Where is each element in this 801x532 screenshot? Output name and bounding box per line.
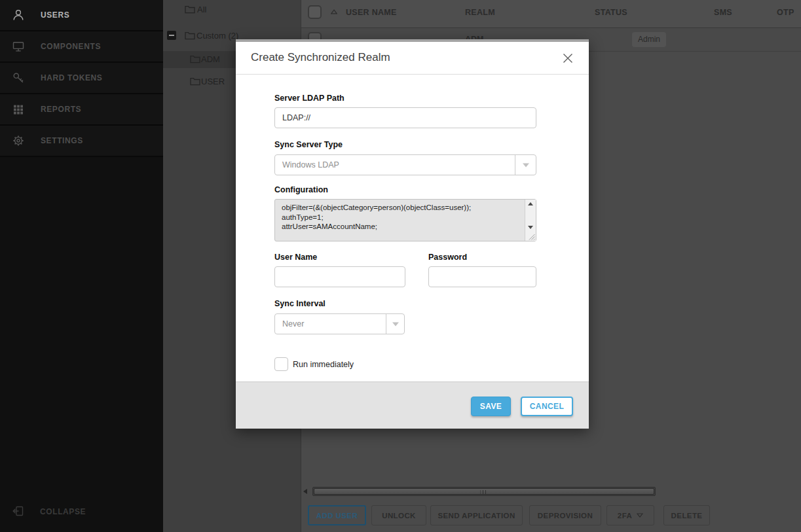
add-user-button[interactable]: ADD USER: [308, 505, 366, 525]
modal-footer: SAVE CANCEL: [236, 381, 589, 429]
sidebar-item-settings[interactable]: SETTINGS: [0, 126, 163, 157]
add-user-label: ADD USER: [316, 512, 358, 520]
gear-icon: [12, 134, 25, 147]
table-header: USER NAME REALM STATUS SMS OTP: [301, 0, 801, 28]
configuration-textarea[interactable]: objFilter=(&(objectCategory=person)(obje…: [274, 199, 536, 241]
folder-icon: [190, 55, 200, 63]
tree-item-all[interactable]: All: [163, 1, 301, 18]
sidebar-item-users[interactable]: USERS: [0, 0, 163, 31]
user-name-input[interactable]: [274, 266, 405, 287]
collapse-icon: [12, 505, 25, 518]
sync-server-type-select[interactable]: Windows LDAP: [274, 154, 536, 175]
save-button[interactable]: SAVE: [471, 397, 511, 416]
horizontal-scrollbar[interactable]: [312, 487, 656, 496]
server-ldap-path-input[interactable]: [274, 107, 536, 128]
close-icon[interactable]: [563, 53, 573, 63]
tree-item-label: ADM: [201, 54, 220, 64]
delete-label: DELETE: [671, 512, 703, 520]
create-synchronized-realm-dialog: Create Synchronized Realm Server LDAP Pa…: [236, 39, 589, 429]
scrollbar-thumb[interactable]: [314, 488, 654, 495]
unlock-button[interactable]: UNLOCK: [371, 505, 426, 525]
sync-interval-label: Sync Interval: [274, 299, 326, 308]
app-screen: USERS COMPONENTS HARD TOKENS: [0, 0, 801, 532]
sort-asc-icon[interactable]: [331, 9, 337, 14]
run-immediately-label: Run immediately: [293, 360, 354, 369]
chevron-down-icon: [386, 314, 404, 334]
sidebar-item-label: COLLAPSE: [40, 507, 86, 516]
resize-grip-icon[interactable]: [528, 233, 535, 240]
2fa-dropdown-button[interactable]: 2FA: [606, 505, 654, 525]
folder-icon: [185, 31, 195, 40]
sync-interval-value: Never: [282, 314, 304, 334]
column-header-realm[interactable]: REALM: [465, 8, 495, 17]
scroll-up-icon[interactable]: [528, 202, 533, 205]
configuration-text[interactable]: objFilter=(&(objectCategory=person)(obje…: [275, 200, 525, 241]
run-immediately-checkbox[interactable]: [274, 357, 288, 371]
column-header-otp[interactable]: OTP: [777, 8, 794, 17]
folder-icon: [190, 77, 200, 86]
tree-item-label: USER: [201, 77, 225, 86]
sidebar-item-label: SETTINGS: [41, 136, 83, 145]
folder-icon: [185, 5, 195, 14]
sync-interval-select[interactable]: Never: [274, 313, 405, 334]
column-header-user-name[interactable]: USER NAME: [346, 8, 397, 17]
sidebar-item-label: REPORTS: [41, 105, 81, 114]
unlock-label: UNLOCK: [382, 512, 416, 520]
send-application-button[interactable]: SEND APPLICATION: [430, 505, 523, 525]
key-icon: [12, 71, 25, 84]
password-input[interactable]: [428, 266, 536, 287]
password-label: Password: [428, 253, 467, 262]
modal-header: Create Synchronized Realm: [236, 42, 589, 75]
textarea-scrollbar[interactable]: [525, 200, 536, 241]
sidebar-item-components[interactable]: COMPONENTS: [0, 31, 163, 63]
sidebar-item-collapse[interactable]: COLLAPSE: [0, 503, 163, 521]
deprovision-label: DEPROVISION: [538, 512, 593, 520]
monitor-icon: [12, 40, 25, 53]
configuration-label: Configuration: [274, 185, 328, 194]
chevron-down-icon: [637, 513, 643, 518]
scrollbar-left-arrow-icon[interactable]: [303, 489, 307, 494]
column-header-sms[interactable]: SMS: [714, 8, 732, 17]
user-name-label: User Name: [274, 253, 317, 262]
server-ldap-path-label: Server LDAP Path: [274, 94, 345, 103]
column-header-status[interactable]: STATUS: [595, 8, 627, 17]
deprovision-button[interactable]: DEPROVISION: [529, 505, 601, 525]
sync-server-type-value: Windows LDAP: [282, 155, 339, 175]
2fa-label: 2FA: [618, 512, 632, 520]
send-application-label: SEND APPLICATION: [438, 512, 515, 520]
sidebar: USERS COMPONENTS HARD TOKENS: [0, 0, 163, 532]
tree-item-label: All: [197, 5, 206, 14]
sidebar-item-label: HARD TOKENS: [41, 73, 102, 82]
user-name-chip[interactable]: Admin: [632, 32, 666, 47]
chevron-down-icon: [515, 155, 536, 175]
delete-button[interactable]: DELETE: [663, 505, 710, 525]
user-icon: [12, 9, 25, 22]
scroll-down-icon[interactable]: [528, 226, 533, 229]
scrollbar-grip-icon: [481, 490, 488, 494]
reports-grid-icon: [12, 103, 25, 116]
modal-title: Create Synchronized Realm: [251, 51, 390, 64]
sidebar-item-label: COMPONENTS: [41, 42, 101, 51]
sync-server-type-label: Sync Server Type: [274, 140, 343, 149]
select-all-checkbox[interactable]: [308, 5, 322, 19]
sidebar-item-hard-tokens[interactable]: HARD TOKENS: [0, 63, 163, 94]
tree-item-label: Custom (2): [196, 31, 238, 41]
cancel-button[interactable]: CANCEL: [521, 397, 573, 416]
sidebar-item-label: USERS: [41, 10, 69, 20]
sidebar-item-reports[interactable]: REPORTS: [0, 94, 163, 126]
minus-expander-icon[interactable]: [167, 31, 176, 40]
